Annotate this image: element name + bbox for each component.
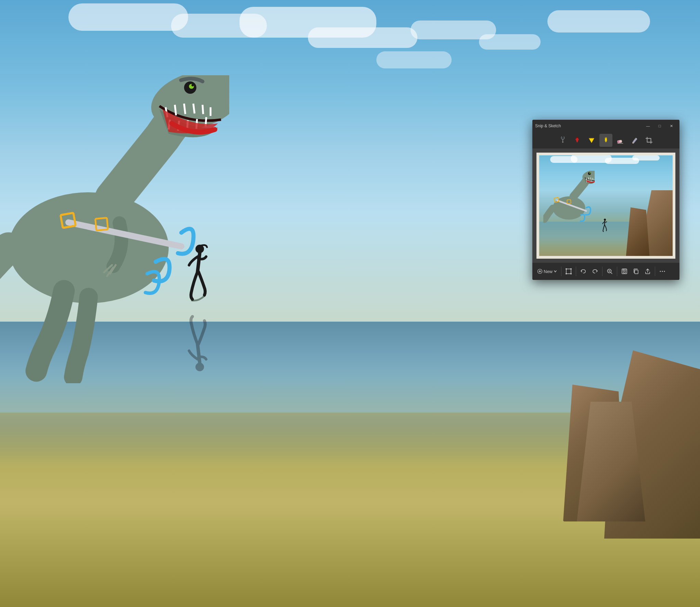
ruler-pen-tool[interactable] xyxy=(628,134,641,147)
svg-line-40 xyxy=(611,273,612,274)
new-button[interactable]: New xyxy=(535,265,559,277)
ballpoint-pen-tool[interactable] xyxy=(556,134,569,147)
runner-silhouette xyxy=(185,240,210,308)
minimize-button[interactable]: — xyxy=(643,122,653,130)
undo-button[interactable] xyxy=(578,265,588,277)
canvas-rock-2 xyxy=(626,207,650,259)
canvas-background xyxy=(536,153,675,259)
svg-point-37 xyxy=(566,273,567,274)
svg-rect-16 xyxy=(605,138,607,139)
redo-button[interactable] xyxy=(590,265,600,277)
window-controls: — □ ✕ xyxy=(643,122,677,130)
canvas-area[interactable] xyxy=(532,148,679,263)
new-icon xyxy=(537,269,543,274)
more-options-button[interactable] xyxy=(657,265,667,277)
canvas-cloud-4 xyxy=(632,155,660,160)
more-icon xyxy=(659,268,665,274)
new-label: New xyxy=(544,269,553,274)
snip-mode-icon xyxy=(566,268,572,274)
snip-sketch-window: Snip & Sketch — □ ✕ xyxy=(532,120,679,280)
svg-point-35 xyxy=(566,268,567,270)
separator-3 xyxy=(602,267,602,276)
share-button[interactable] xyxy=(643,265,653,277)
svg-point-27 xyxy=(588,172,591,175)
lasso-rope xyxy=(0,0,700,607)
separator-4 xyxy=(617,267,617,276)
eraser-tool[interactable] xyxy=(614,134,627,147)
svg-point-36 xyxy=(570,268,572,270)
svg-rect-13 xyxy=(576,137,578,138)
snip-mode-button[interactable] xyxy=(563,265,574,277)
copy-button[interactable] xyxy=(631,265,641,277)
save-icon xyxy=(621,268,627,274)
svg-line-5 xyxy=(68,222,181,246)
bottom-toolbar: New xyxy=(532,263,679,280)
drawing-toolbar xyxy=(532,132,679,148)
svg-point-50 xyxy=(664,271,665,272)
copy-icon xyxy=(633,268,639,274)
active-highlighter-tool[interactable] xyxy=(599,134,612,147)
svg-rect-24 xyxy=(647,139,651,142)
zoom-icon xyxy=(607,268,613,274)
separator-5 xyxy=(655,267,655,276)
svg-rect-34 xyxy=(566,269,571,274)
svg-point-48 xyxy=(660,271,661,272)
undo-icon xyxy=(580,268,586,274)
window-title: Snip & Sketch xyxy=(535,124,561,128)
redo-icon xyxy=(592,268,598,274)
separator-1 xyxy=(561,267,561,276)
svg-rect-46 xyxy=(624,269,624,270)
background-scene xyxy=(0,0,700,607)
svg-point-38 xyxy=(570,273,572,274)
maximize-button[interactable]: □ xyxy=(654,122,665,130)
canvas-image xyxy=(536,153,675,259)
svg-rect-47 xyxy=(635,270,638,274)
zoom-button[interactable] xyxy=(605,265,615,277)
canvas-rope xyxy=(550,184,606,237)
red-highlighter-tool[interactable] xyxy=(571,134,584,147)
title-bar: Snip & Sketch — □ ✕ xyxy=(532,120,679,132)
svg-rect-32 xyxy=(567,199,571,204)
new-dropdown-icon xyxy=(554,270,557,273)
crop-tool[interactable] xyxy=(643,134,656,147)
svg-point-28 xyxy=(589,172,591,173)
svg-point-49 xyxy=(662,271,663,272)
yellow-highlighter-tool[interactable] xyxy=(585,134,598,147)
close-button[interactable]: ✕ xyxy=(666,122,677,130)
separator-2 xyxy=(576,267,576,276)
share-icon xyxy=(645,268,651,274)
svg-rect-45 xyxy=(623,272,625,273)
svg-line-30 xyxy=(557,201,586,211)
save-button[interactable] xyxy=(619,265,630,277)
runner-reflection xyxy=(185,308,210,376)
